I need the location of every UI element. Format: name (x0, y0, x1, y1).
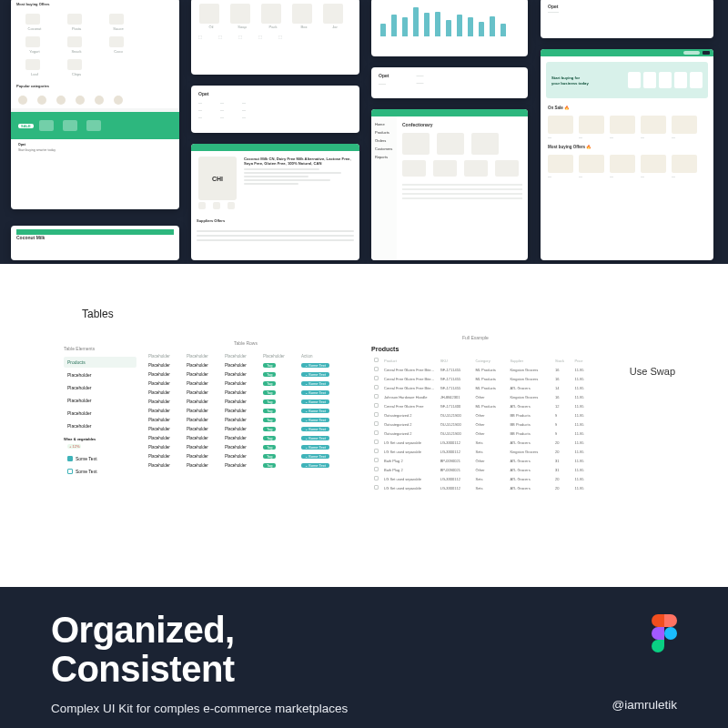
table-row[interactable]: Cereal Free Gluten FreeGF-1711400ML Prod… (371, 401, 599, 410)
table-row[interactable]: Cereal Free Gluten Free Bites 2GF-171145… (371, 374, 599, 383)
table-row[interactable]: PlaceholderPlaceholderPlaceholderTag⌄ So… (146, 379, 346, 388)
tree-node[interactable]: Placeholder (64, 395, 136, 406)
categories-row (11, 92, 179, 108)
section-title: Tables (82, 308, 114, 320)
table-row[interactable]: Bath Plug 2BP-0090021OtherATL Grocers311… (371, 465, 599, 474)
section-title: On Sale 🔥 (541, 104, 713, 112)
tree-node[interactable]: Placeholder (64, 369, 136, 380)
table-row[interactable]: Bath Plug 2BP-0090021OtherATL Grocers311… (371, 456, 599, 465)
table-row[interactable]: PlaceholderPlaceholderPlaceholderTag⌄ So… (146, 460, 346, 470)
table-row[interactable]: PlaceholderPlaceholderPlaceholderTag⌄ So… (146, 451, 346, 460)
swap-hint: Use Swap (630, 366, 675, 377)
table: ProductSKUCategorySupplierStockPrice Cer… (371, 356, 599, 492)
table-row[interactable]: Cereal Free Gluten Free Bites 2GF-171145… (371, 365, 599, 374)
table-row[interactable]: PlaceholderPlaceholderPlaceholderTag⌄ So… (146, 406, 346, 415)
table-rows-example: Table Rows PlaceholderPlaceholderPlaceho… (146, 340, 346, 470)
section-title: Suppliers Offers (197, 218, 225, 223)
table-elements-tree: Table Elements Products Placeholder Plac… (64, 346, 136, 479)
products-table-example: Full Example Products ProductSKUCategory… (371, 346, 599, 492)
bar (435, 12, 440, 36)
mock-screen-product-detail: CHI Coconut Milk CN, Dairy Free Milk Alt… (191, 144, 359, 260)
tables-panel: Tables Table Elements Products Placehold… (0, 264, 728, 587)
mock-screen-home: Start buying for your business today On … (541, 49, 713, 260)
table-row[interactable]: PlaceholderPlaceholderPlaceholderTag⌄ So… (146, 369, 346, 379)
table-row[interactable]: LG Set used separableLG-3300112SetsATL G… (371, 483, 599, 492)
screens-collage: Most buying Offers Coconut Pasta Sauce Y… (0, 0, 728, 259)
hero-banner: Start buying for your business today (546, 62, 708, 98)
table-row[interactable]: PlaceholderPlaceholderPlaceholderTag⌄ So… (146, 424, 346, 433)
bar (380, 24, 386, 36)
table-row[interactable]: PlaceholderPlaceholderPlaceholderTag⌄ So… (146, 433, 346, 442)
table-row[interactable]: PlaceholderPlaceholderPlaceholderTag⌄ So… (146, 397, 346, 406)
product-image: CHI (198, 157, 237, 200)
table-title: Products (371, 346, 599, 352)
product-title: Coconut Milk CN, Dairy Free Milk Alterna… (244, 157, 352, 167)
table-row[interactable]: PlaceholderPlaceholderPlaceholderTag⌄ So… (146, 388, 346, 397)
checkbox-icon (67, 456, 73, 461)
page-title: Confectionary (402, 122, 433, 127)
mock-screen-storefront: Most buying Offers Coconut Pasta Sauce Y… (11, 0, 179, 209)
section-title: Most buying Offers 🔥 (541, 143, 713, 151)
bar (457, 15, 462, 36)
promo-footer: Organized,Consistent Complex UI Kit for … (0, 587, 728, 728)
table-row[interactable]: Cereal Free Gluten Free Bites 2GF-171145… (371, 383, 599, 392)
tree-node[interactable]: Placeholder (64, 382, 136, 393)
promo-banner: SALE (11, 112, 179, 139)
bar (424, 13, 430, 36)
bar (413, 7, 419, 36)
table-row[interactable]: LG Set used separableLG-3300112SetsKings… (371, 447, 599, 456)
bar (500, 24, 506, 36)
table-row[interactable]: PlaceholderPlaceholderPlaceholderTag⌄ So… (146, 415, 346, 424)
mock-screen-info: Opet ——— (541, 0, 713, 38)
promo-subtitle: Complex UI Kit for comples e-commerce ma… (51, 702, 677, 715)
bar (490, 16, 495, 36)
checkbox-icon (67, 469, 73, 474)
figma-icon (652, 614, 677, 654)
mock-screen-footer: Opet ——— ——— ——— (191, 86, 359, 133)
table-row[interactable]: Outsategorized 2OU-5521900OtherBB Produc… (371, 420, 599, 429)
promo-heading: Organized,Consistent (51, 611, 677, 689)
section-title: Popular categories (16, 84, 49, 88)
bar-chart (380, 4, 519, 36)
tree-stat: + 12% (64, 441, 136, 451)
table: PlaceholderPlaceholderPlaceholderPlaceho… (146, 351, 346, 470)
mock-screen-chart (371, 0, 528, 56)
bar (391, 15, 397, 36)
mock-screen-stats: Opet—— ———— (371, 67, 528, 98)
bar (479, 22, 484, 36)
tree-check[interactable]: Some Text (64, 466, 136, 477)
table-row[interactable]: LG Set used separableLG-3300112SetsATL G… (371, 474, 599, 483)
tree-node[interactable]: Placeholder (64, 420, 136, 431)
section-title: Most buying Offers (16, 2, 49, 6)
bar (446, 20, 451, 36)
tree-check[interactable]: Some Text (64, 453, 136, 464)
caption: Full Example (462, 335, 489, 340)
sidebar: Home Products Orders Customers Reports (371, 116, 397, 260)
tree-node[interactable]: Products (64, 357, 136, 368)
table-row[interactable]: PlaceholderPlaceholderPlaceholderTag⌄ So… (146, 360, 346, 369)
table-row[interactable]: PlaceholderPlaceholderPlaceholderTag⌄ So… (146, 442, 346, 451)
offers-grid: Coconut Pasta Sauce Yogurt Snack Coco Lo… (11, 10, 179, 80)
page-title: Coconut Milk (16, 235, 45, 240)
table-row[interactable]: Johnson Hardware HandleJH-8842301OtherKi… (371, 392, 599, 401)
author-handle[interactable]: @iamruletik (612, 698, 677, 712)
mock-screen-product-peek: Coconut Milk (11, 226, 179, 260)
mock-screen-products: Oil Soap Pack Box Jar ⬚⬚⬚⬚⬚ (191, 0, 359, 75)
mock-screen-admin: Home Products Orders Customers Reports C… (371, 109, 528, 260)
table-row[interactable]: Outsategorized 2OU-5521900OtherBB Produc… (371, 410, 599, 420)
tree-node[interactable]: Placeholder (64, 408, 136, 419)
brand-footer: Opet Start buying smarter today (11, 139, 179, 163)
caption: Table Elements (64, 346, 136, 351)
bar (402, 17, 408, 36)
bar (468, 17, 473, 36)
table-row[interactable]: Outsategorized 2OU-5521900OtherBB Produc… (371, 429, 599, 438)
caption: Table Rows (146, 340, 346, 346)
table-row[interactable]: LG Set used separableLG-3300112SetsATL G… (371, 438, 599, 447)
